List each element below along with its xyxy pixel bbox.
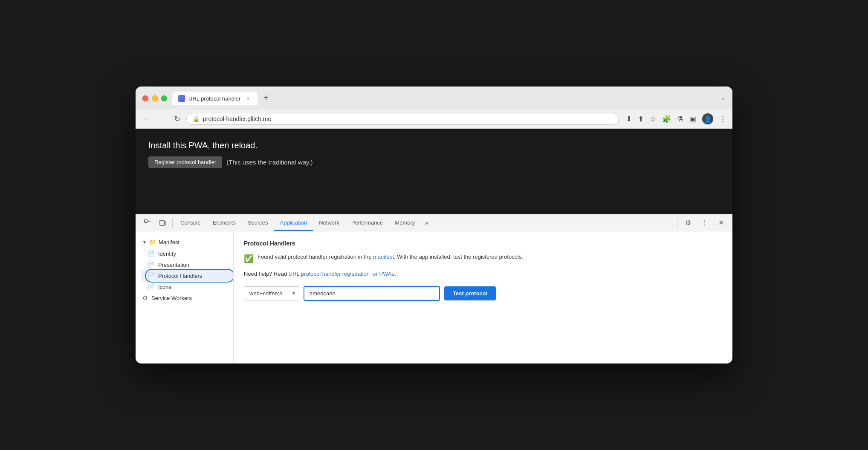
register-protocol-button[interactable]: Register protocol handler	[148, 156, 222, 168]
title-bar: URL protocol handler × + ⌄	[136, 87, 732, 110]
account-icon[interactable]: 👤	[702, 113, 713, 124]
status-text-after: . With the app installed, test the regis…	[394, 254, 523, 260]
help-text-after: .	[394, 271, 396, 277]
identity-file-icon: 📄	[148, 250, 155, 257]
svg-rect-0	[145, 220, 147, 222]
tab-network[interactable]: Network	[313, 215, 345, 231]
inspect-icon	[144, 219, 151, 226]
manifest-triangle-icon: ▼	[142, 240, 147, 245]
sidebar-item-manifest[interactable]: ▼ 📁 Manifest	[136, 237, 233, 248]
sidebar-item-presentation-label: Presentation	[158, 262, 189, 268]
svg-rect-2	[160, 220, 164, 225]
tab-sources[interactable]: Sources	[242, 215, 274, 231]
sidebar-item-identity[interactable]: 📄 Identity	[141, 248, 233, 259]
devtools-panel: Console Elements Sources Application Net…	[136, 214, 732, 363]
back-button[interactable]: ←	[142, 114, 153, 124]
device-toggle-button[interactable]	[155, 215, 171, 231]
fullscreen-window-button[interactable]	[161, 95, 167, 101]
browser-window: URL protocol handler × + ⌄ ← → ↻ 🔒 proto…	[136, 87, 732, 363]
active-tab[interactable]: URL protocol handler ×	[172, 92, 258, 105]
address-input-wrap[interactable]: 🔒 protocol-handler.glitch.me	[186, 113, 619, 125]
devtools-settings-button[interactable]: ⚙	[681, 214, 695, 231]
split-view-icon[interactable]: ▣	[689, 115, 696, 124]
device-icon	[159, 219, 166, 226]
reload-button[interactable]: ↻	[172, 113, 182, 124]
sidebar-item-icons-label: Icons	[158, 284, 171, 290]
sidebar-item-protocol-handlers-label: Protocol Handlers	[158, 273, 202, 279]
status-line: ✅ Found valid protocol handler registrat…	[244, 253, 722, 265]
devtools-sidebar: ▼ 📁 Manifest 📄 Identity 📄 Presentation 📄	[136, 231, 234, 363]
manifest-label: Manifest	[159, 239, 179, 245]
right-divider	[677, 218, 677, 228]
devtools-toolbar: Console Elements Sources Application Net…	[136, 214, 732, 231]
tab-console[interactable]: Console	[174, 215, 207, 231]
close-window-button[interactable]	[142, 95, 148, 101]
new-tab-button[interactable]: +	[260, 92, 272, 104]
page-heading: Install this PWA, then reload.	[148, 141, 720, 150]
icons-file-icon: 📄	[148, 283, 155, 290]
manifest-file-icon: 📁	[149, 239, 156, 245]
sidebar-item-service-workers[interactable]: ⚙ Service Workers	[136, 292, 233, 303]
forward-button[interactable]: →	[157, 114, 168, 124]
tab-performance[interactable]: Performance	[345, 215, 389, 231]
more-options-icon[interactable]: ⋮	[719, 115, 726, 124]
protocol-select[interactable]: web+coffee://	[244, 286, 299, 300]
devtools-body: ▼ 📁 Manifest 📄 Identity 📄 Presentation 📄	[136, 231, 732, 363]
tabs-row: URL protocol handler × + ⌄	[172, 92, 726, 105]
section-title: Protocol Handlers	[244, 240, 722, 247]
sidebar-item-protocol-handlers[interactable]: 📄 Protocol Handlers	[141, 270, 233, 281]
download-icon[interactable]: ⬇	[626, 115, 632, 124]
protocol-test-row: web+coffee:// ▼ Test protocol	[244, 286, 722, 301]
toolbar-divider	[172, 218, 173, 228]
address-text: protocol-handler.glitch.me	[203, 115, 613, 122]
minimize-window-button[interactable]	[152, 95, 158, 101]
manifest-link[interactable]: manifest	[373, 254, 394, 260]
inspect-element-button[interactable]	[140, 215, 155, 231]
address-bar: ← → ↻ 🔒 protocol-handler.glitch.me ⬇ ⬆ ☆…	[136, 110, 732, 129]
sidebar-item-icons[interactable]: 📄 Icons	[141, 281, 233, 292]
service-workers-gear-icon: ⚙	[142, 294, 148, 301]
tab-favicon	[178, 95, 185, 102]
devtools-right-icons: ⚙ ⋮ ✕	[675, 214, 728, 231]
page-content: Install this PWA, then reload. Register …	[136, 129, 732, 214]
sidebar-item-identity-label: Identity	[158, 251, 176, 257]
sidebar-item-service-workers-label: Service Workers	[151, 295, 192, 301]
more-tabs-button[interactable]: »	[421, 215, 433, 231]
tab-more-button[interactable]: ⌄	[721, 95, 726, 101]
devtools-main-content: Protocol Handlers ✅ Found valid protocol…	[234, 231, 732, 363]
sidebar-item-presentation[interactable]: 📄 Presentation	[141, 259, 233, 270]
help-link[interactable]: URL protocol handler registration for PW…	[289, 271, 394, 277]
tab-title: URL protocol handler	[188, 95, 241, 102]
help-text-before: Need help? Read	[244, 271, 289, 277]
traffic-lights	[142, 95, 167, 101]
status-text-before: Found valid protocol handler registratio…	[258, 254, 373, 260]
browser-toolbar-icons: ⬇ ⬆ ☆ 🧩 ⚗ ▣ 👤 ⋮	[626, 113, 726, 124]
manifest-sub-items: 📄 Identity 📄 Presentation 📄 Protocol Han…	[136, 248, 233, 292]
status-text: Found valid protocol handler registratio…	[258, 253, 523, 261]
devtools-more-button[interactable]: ⋮	[697, 214, 712, 231]
tab-elements[interactable]: Elements	[207, 215, 242, 231]
test-protocol-button[interactable]: Test protocol	[444, 286, 496, 300]
check-circle-icon: ✅	[244, 253, 253, 265]
help-line: Need help? Read URL protocol handler reg…	[244, 270, 722, 278]
page-note: (This uses the traditional way.)	[226, 159, 312, 166]
extensions-icon[interactable]: 🧩	[662, 115, 671, 124]
flask-icon[interactable]: ⚗	[677, 115, 683, 124]
svg-rect-3	[165, 222, 166, 225]
star-icon[interactable]: ☆	[650, 115, 656, 124]
tab-memory[interactable]: Memory	[389, 215, 421, 231]
tab-application[interactable]: Application	[274, 215, 313, 231]
presentation-file-icon: 📄	[148, 261, 155, 268]
lock-icon: 🔒	[193, 116, 200, 122]
protocol-handlers-file-icon: 📄	[148, 272, 155, 279]
share-icon[interactable]: ⬆	[638, 115, 644, 124]
protocol-select-wrap: web+coffee:// ▼	[244, 286, 299, 300]
devtools-close-button[interactable]: ✕	[714, 214, 728, 231]
tab-close-button[interactable]: ×	[245, 95, 252, 102]
protocol-text-input[interactable]	[304, 286, 440, 301]
